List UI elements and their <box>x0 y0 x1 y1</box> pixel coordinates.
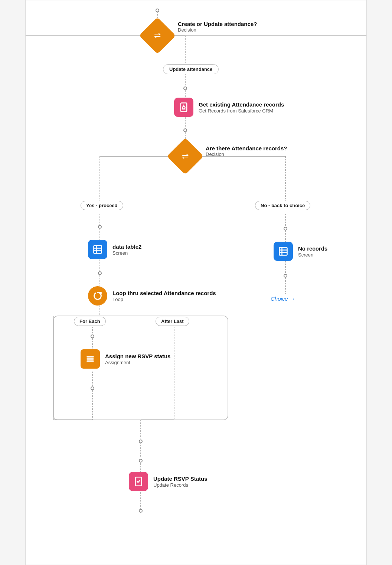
data-table2-icon <box>88 240 107 259</box>
decision-2-label: Are there Attendance records? Decision <box>206 145 287 157</box>
dot-merge <box>139 440 143 443</box>
sliders-icon-2: ⇌ <box>182 151 189 161</box>
loop-label: Loop thru selected Attendance records Lo… <box>112 290 216 303</box>
dot-below-no <box>284 227 287 231</box>
dot-below-assign <box>91 386 94 390</box>
dot-below-for-each <box>91 334 94 338</box>
data-table2-node: data table2 Screen <box>88 240 141 259</box>
get-records-label: Get existing Attendance records Get Reco… <box>199 101 284 114</box>
decision-2-diamond: ⇌ <box>167 138 204 175</box>
svg-rect-39 <box>94 246 102 254</box>
flow-canvas: ⇌ Create or Update attendance? Decision … <box>25 0 367 565</box>
dot-below-no-records <box>284 274 287 278</box>
update-rsvp-node: Update RSVP Status Update Records <box>129 472 208 491</box>
loop-icon <box>88 286 107 306</box>
get-records-icon <box>174 98 193 117</box>
update-rsvp-label: Update RSVP Status Update Records <box>153 475 208 488</box>
no-records-icon <box>274 242 293 261</box>
get-records-node: Get existing Attendance records Get Reco… <box>174 98 284 117</box>
decision-1-node: ⇌ <box>144 23 170 49</box>
svg-rect-43 <box>280 248 287 255</box>
decision-2-node: ⇌ <box>172 143 198 169</box>
assign-icon <box>81 349 100 369</box>
update-rsvp-icon <box>129 472 148 491</box>
loop-node: Loop thru selected Attendance records Lo… <box>88 286 216 306</box>
dot-before-update-rsvp <box>139 459 143 463</box>
for-each-pill: For Each <box>74 317 106 326</box>
update-attendance-pill: Update attendance <box>163 64 219 74</box>
after-last-pill: After Last <box>156 317 189 326</box>
data-table2-label: data table2 Screen <box>112 243 141 256</box>
dot-below-update-rsvp <box>139 509 143 513</box>
dot-after-update <box>183 86 187 90</box>
top-dot <box>156 9 159 12</box>
decision-1-diamond: ⇌ <box>139 17 176 54</box>
dot-below-get-records <box>183 128 187 132</box>
no-pill: No - back to choice <box>255 201 310 210</box>
assign-node: Assign new RSVP status Assignment <box>81 349 170 369</box>
decision-1-label: Create or Update attendance? Decision <box>178 21 257 33</box>
no-records-label: No records Screen <box>298 245 327 258</box>
assign-label: Assign new RSVP status Assignment <box>105 353 170 366</box>
no-records-node: No records Screen <box>274 242 327 261</box>
svg-rect-35 <box>181 103 187 111</box>
choice-link[interactable]: Choice → <box>271 295 295 302</box>
sliders-icon: ⇌ <box>154 31 161 40</box>
dot-below-yes <box>98 225 102 229</box>
yes-pill: Yes - proceed <box>81 201 123 210</box>
dot-below-data-table <box>98 271 102 275</box>
